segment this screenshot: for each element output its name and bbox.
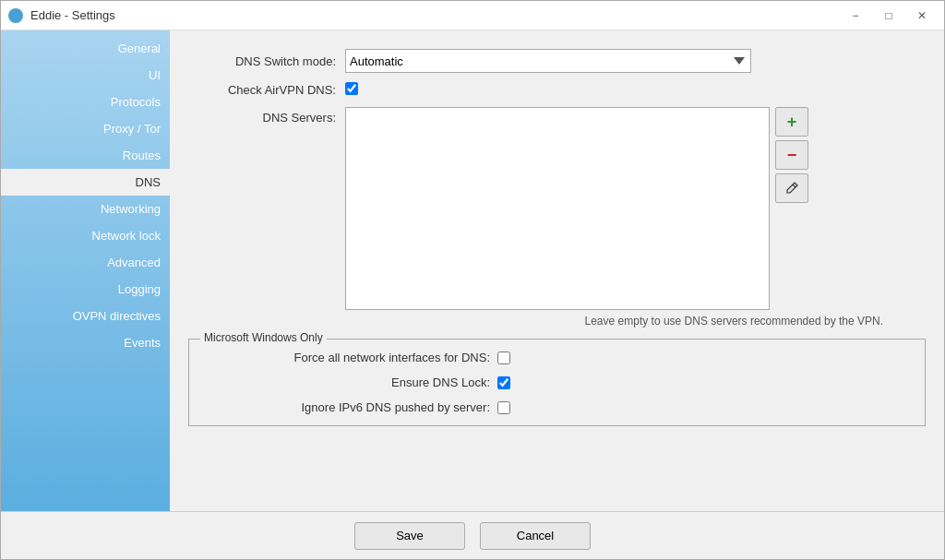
sidebar: General UI Protocols Proxy / Tor Routes … bbox=[1, 30, 170, 511]
dns-servers-textarea[interactable] bbox=[345, 107, 770, 310]
ensure-dns-lock-row: Ensure DNS Lock: bbox=[204, 375, 910, 389]
app-icon bbox=[8, 8, 23, 23]
check-airvpn-dns-checkbox[interactable] bbox=[345, 82, 358, 95]
dns-buttons: + − bbox=[775, 107, 808, 310]
content-area: General UI Protocols Proxy / Tor Routes … bbox=[1, 30, 944, 511]
check-airvpn-dns-row: Check AirVPN DNS: bbox=[188, 82, 926, 98]
sidebar-item-dns[interactable]: DNS bbox=[1, 169, 170, 196]
titlebar-left: Eddie - Settings bbox=[8, 8, 115, 23]
dns-switch-mode-select[interactable]: Automatic Manual Disabled bbox=[345, 49, 751, 73]
sidebar-item-routes[interactable]: Routes bbox=[1, 142, 170, 169]
windows-only-box: Microsoft Windows Only Force all network… bbox=[188, 339, 926, 426]
sidebar-item-networking[interactable]: Networking bbox=[1, 196, 170, 222]
sidebar-item-ui[interactable]: UI bbox=[1, 62, 170, 89]
check-airvpn-dns-label: Check AirVPN DNS: bbox=[188, 83, 336, 97]
dns-servers-area: + − bbox=[345, 107, 926, 310]
sidebar-item-protocols[interactable]: Protocols bbox=[1, 89, 170, 115]
dns-edit-button[interactable] bbox=[775, 173, 808, 203]
dns-switch-mode-control: Automatic Manual Disabled bbox=[345, 49, 926, 73]
dns-switch-mode-label: DNS Switch mode: bbox=[188, 54, 336, 68]
ignore-ipv6-row: Ignore IPv6 DNS pushed by server: bbox=[204, 400, 910, 414]
force-interfaces-checkbox[interactable] bbox=[497, 351, 510, 364]
settings-window: Eddie - Settings − □ ✕ General UI Protoc… bbox=[0, 0, 945, 560]
ignore-ipv6-label: Ignore IPv6 DNS pushed by server: bbox=[204, 400, 490, 414]
maximize-button[interactable]: □ bbox=[874, 5, 903, 27]
save-button[interactable]: Save bbox=[354, 522, 465, 550]
ensure-dns-lock-checkbox[interactable] bbox=[497, 376, 510, 389]
sidebar-item-general[interactable]: General bbox=[1, 35, 170, 62]
dns-servers-hint: Leave empty to use DNS servers recommend… bbox=[188, 315, 926, 328]
close-button[interactable]: ✕ bbox=[907, 5, 937, 27]
sidebar-item-logging[interactable]: Logging bbox=[1, 276, 170, 303]
cancel-button[interactable]: Cancel bbox=[480, 522, 591, 550]
sidebar-item-advanced[interactable]: Advanced bbox=[1, 249, 170, 276]
footer: Save Cancel bbox=[1, 511, 944, 559]
force-interfaces-row: Force all network interfaces for DNS: bbox=[204, 351, 910, 364]
ensure-dns-lock-label: Ensure DNS Lock: bbox=[204, 375, 490, 389]
sidebar-item-network-lock[interactable]: Network lock bbox=[1, 222, 170, 249]
titlebar: Eddie - Settings − □ ✕ bbox=[1, 1, 944, 30]
dns-remove-button[interactable]: − bbox=[775, 140, 808, 170]
check-airvpn-dns-control bbox=[345, 82, 926, 98]
sidebar-item-events[interactable]: Events bbox=[1, 329, 170, 356]
dns-add-button[interactable]: + bbox=[775, 107, 808, 137]
dns-servers-row: DNS Servers: + − bbox=[188, 107, 926, 310]
ignore-ipv6-checkbox[interactable] bbox=[497, 401, 510, 414]
sidebar-item-ovpn-directives[interactable]: OVPN directives bbox=[1, 303, 170, 329]
window-title: Eddie - Settings bbox=[30, 8, 115, 22]
pencil-icon bbox=[784, 181, 799, 196]
sidebar-item-proxy-tor[interactable]: Proxy / Tor bbox=[1, 115, 170, 142]
minimize-button[interactable]: − bbox=[841, 5, 870, 27]
dns-servers-label: DNS Servers: bbox=[188, 107, 336, 125]
force-interfaces-label: Force all network interfaces for DNS: bbox=[204, 351, 490, 364]
main-content: DNS Switch mode: Automatic Manual Disabl… bbox=[170, 30, 944, 511]
windows-only-legend: Microsoft Windows Only bbox=[200, 331, 327, 344]
dns-switch-mode-row: DNS Switch mode: Automatic Manual Disabl… bbox=[188, 49, 926, 73]
titlebar-controls: − □ ✕ bbox=[841, 5, 937, 27]
